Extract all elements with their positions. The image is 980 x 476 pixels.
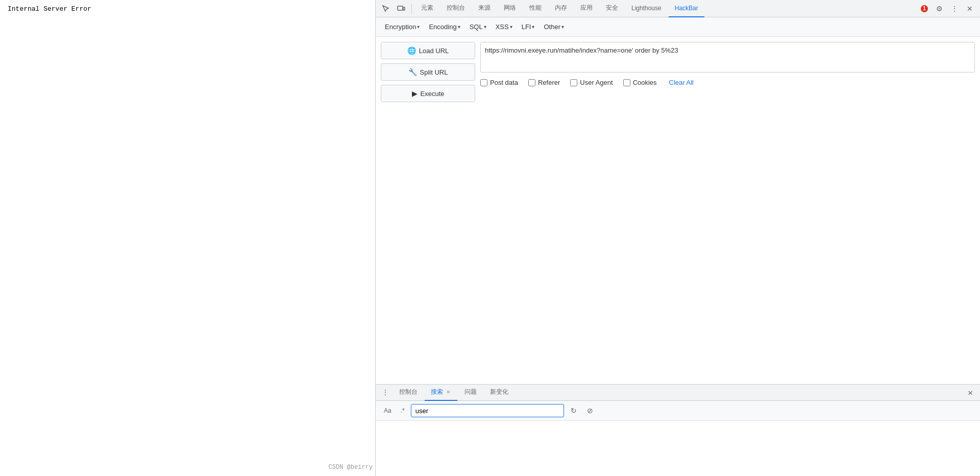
regex-button[interactable]: .* [398,406,408,416]
cookies-option[interactable]: Cookies [623,79,657,86]
split-url-button[interactable]: 🔧 Split URL [381,63,475,81]
tab-security[interactable]: 安全 [600,0,624,17]
load-url-icon: 🌐 [407,46,416,55]
search-bar: Aa .* ↻ ⊘ [376,401,980,421]
lower-more-icon[interactable]: ⋮ [379,386,392,399]
lower-content-area [376,421,980,476]
search-tab-close[interactable]: ✕ [445,389,451,395]
device-toggle-icon[interactable] [394,2,408,16]
menu-encryption[interactable]: Encryption ▾ [381,21,424,33]
svg-rect-1 [403,7,405,10]
lower-tabs: ⋮ 控制台 搜索 ✕ 问题 新变化 ✕ [376,385,980,401]
split-url-icon: 🔧 [408,68,417,76]
tab-sources[interactable]: 来源 [472,0,497,17]
hackbar-buttons: 🌐 Load URL 🔧 Split URL ▶ Execute [381,42,475,379]
menu-other[interactable]: Other ▾ [540,21,568,33]
menu-lfi[interactable]: LFI ▾ [518,21,539,33]
cookies-checkbox[interactable] [623,79,630,86]
encryption-arrow: ▾ [417,24,420,30]
clear-all-button[interactable]: Clear All [667,78,696,87]
menu-sql[interactable]: SQL ▾ [465,21,491,33]
close-lower-panel-icon[interactable]: ✕ [964,386,977,399]
tab-application[interactable]: 应用 [574,0,599,17]
settings-icon[interactable]: ⚙ [932,2,946,16]
xss-arrow: ▾ [510,24,512,30]
tab-console[interactable]: 控制台 [440,0,471,17]
error-message: Internal Server Error [8,5,368,13]
hackbar-content: 🌐 Load URL 🔧 Split URL ▶ Execute https:/… [376,37,980,384]
page-content: Internal Server Error CSDN @beirry [0,0,375,476]
clear-search-icon[interactable]: ⊘ [583,404,597,417]
referer-checkbox[interactable] [528,79,535,86]
lower-tab-issues[interactable]: 问题 [458,385,483,401]
watermark: CSDN @beirry [329,464,373,471]
post-data-checkbox[interactable] [480,79,487,86]
user-agent-checkbox[interactable] [570,79,577,86]
tab-elements[interactable]: 元素 [415,0,439,17]
hackbar-menu: Encryption ▾ Encoding ▾ SQL ▾ XSS ▾ LFI … [376,17,980,37]
hackbar-right: https://rimovni.exeye.run/matihe/index?n… [480,42,975,379]
devtools-panel: 元素 控制台 来源 网络 性能 内存 应用 安全 Lighthouse Hack… [375,0,980,476]
search-input[interactable] [411,404,564,417]
menu-xss[interactable]: XSS ▾ [492,21,517,33]
execute-icon: ▶ [412,89,418,98]
hackbar-panel: Encryption ▾ Encoding ▾ SQL ▾ XSS ▾ LFI … [376,17,980,384]
tab-performance[interactable]: 性能 [523,0,548,17]
error-badge[interactable]: 1 [918,4,931,13]
lower-tab-console[interactable]: 控制台 [393,385,424,401]
lfi-arrow: ▾ [532,24,534,30]
menu-encoding[interactable]: Encoding ▾ [425,21,464,33]
refresh-search-icon[interactable]: ↻ [567,404,580,417]
load-url-button[interactable]: 🌐 Load URL [381,42,475,59]
separator-1 [411,4,412,14]
tab-memory[interactable]: 内存 [549,0,573,17]
user-agent-option[interactable]: User Agent [570,79,612,86]
svg-rect-0 [398,6,403,10]
other-arrow: ▾ [561,24,564,30]
sql-arrow: ▾ [484,24,486,30]
referer-option[interactable]: Referer [528,79,560,86]
tab-network[interactable]: 网络 [498,0,522,17]
post-data-option[interactable]: Post data [480,79,518,86]
more-options-icon[interactable]: ⋮ [947,2,962,16]
devtools-toolbar: 元素 控制台 来源 网络 性能 内存 应用 安全 Lighthouse Hack… [376,0,980,17]
toolbar-right: 1 ⚙ ⋮ ✕ [918,2,977,16]
inspect-icon[interactable] [379,2,393,16]
tab-hackbar[interactable]: HackBar [669,0,704,17]
match-case-button[interactable]: Aa [381,406,395,416]
execute-button[interactable]: ▶ Execute [381,85,475,102]
encoding-arrow: ▾ [458,24,460,30]
tab-lighthouse[interactable]: Lighthouse [625,0,668,17]
hackbar-options: Post data Referer User Agent Cookies C [480,78,975,87]
error-count: 1 [921,5,928,12]
devtools-lower-panel: ⋮ 控制台 搜索 ✕ 问题 新变化 ✕ Aa .* ↻ ⊘ [376,384,980,476]
lower-tab-search[interactable]: 搜索 ✕ [425,385,457,401]
url-input[interactable]: https://rimovni.exeye.run/matihe/index?n… [480,42,975,73]
close-devtools-icon[interactable]: ✕ [963,2,977,16]
lower-tab-changes[interactable]: 新变化 [484,385,514,401]
